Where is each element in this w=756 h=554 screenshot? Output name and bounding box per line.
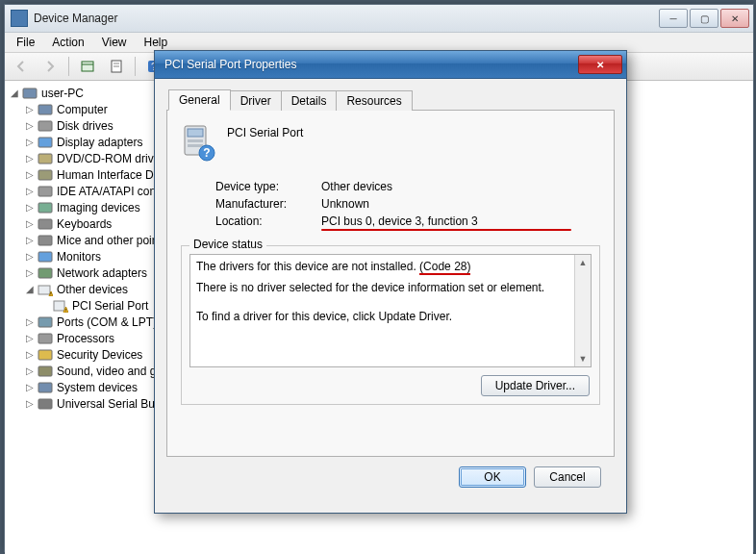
svg-rect-18	[38, 268, 52, 278]
update-driver-button[interactable]: Update Driver...	[481, 375, 590, 396]
svg-rect-0	[82, 62, 93, 71]
status-line1a: The drivers for this device are not inst…	[196, 260, 419, 273]
main-titlebar[interactable]: Device Manager ─ ▢ ✕	[5, 5, 753, 33]
svg-rect-32	[188, 129, 203, 137]
status-scrollbar[interactable]: ▲ ▼	[574, 255, 591, 366]
dialog-tabs: General Driver Details Resources	[166, 87, 615, 111]
device-icon: ?	[181, 124, 215, 163]
dialog-close-button[interactable]: ✕	[578, 55, 622, 74]
device-type-value: Other devices	[321, 180, 600, 193]
svg-rect-28	[38, 366, 52, 376]
svg-rect-27	[38, 350, 52, 360]
svg-rect-15	[38, 219, 52, 229]
svg-rect-14	[38, 203, 52, 213]
svg-text:!: !	[50, 290, 51, 296]
status-line3: To find a driver for this device, click …	[196, 309, 567, 324]
svg-rect-8	[38, 105, 52, 114]
device-status-title: Device status	[189, 238, 266, 251]
highlight-underline	[321, 229, 571, 231]
svg-rect-30	[38, 399, 52, 409]
scroll-up-icon[interactable]: ▲	[575, 255, 591, 270]
svg-rect-11	[38, 154, 52, 164]
minimize-button[interactable]: ─	[659, 9, 688, 28]
tab-page-general: ? PCI Serial Port Device type: Other dev…	[166, 111, 615, 457]
svg-rect-29	[38, 383, 52, 392]
svg-rect-25	[38, 317, 52, 327]
toolbar-sep	[135, 57, 136, 76]
location-label: Location:	[215, 214, 321, 228]
show-hidden-button[interactable]	[75, 55, 100, 78]
svg-rect-26	[38, 334, 52, 343]
dialog-title: PCI Serial Port Properties	[159, 58, 578, 71]
toolbar-sep	[68, 57, 69, 76]
location-text: PCI bus 0, device 3, function 3	[321, 214, 478, 228]
svg-rect-22	[54, 301, 64, 311]
svg-rect-16	[38, 236, 52, 245]
back-button[interactable]	[9, 55, 34, 78]
ok-button[interactable]: OK	[459, 466, 526, 488]
svg-rect-19	[38, 286, 50, 294]
svg-rect-9	[38, 121, 52, 131]
manufacturer-label: Manufacturer:	[215, 197, 321, 211]
cancel-button[interactable]: Cancel	[534, 466, 601, 488]
svg-text:?: ?	[203, 146, 210, 160]
manufacturer-value: Unknown	[321, 197, 600, 211]
svg-rect-17	[38, 252, 52, 262]
menu-view[interactable]: View	[94, 34, 135, 51]
svg-rect-10	[38, 138, 52, 147]
dialog-titlebar[interactable]: PCI Serial Port Properties ✕	[155, 51, 626, 79]
device-status-group: Device status The drivers for this devic…	[181, 245, 600, 405]
location-value: PCI bus 0, device 3, function 3	[321, 214, 600, 228]
svg-rect-34	[188, 144, 203, 147]
menu-help[interactable]: Help	[137, 34, 176, 51]
device-type-label: Device type:	[215, 180, 321, 193]
close-button[interactable]: ✕	[720, 9, 749, 28]
device-name: PCI Serial Port	[227, 124, 303, 139]
properties-dialog: PCI Serial Port Properties ✕ General Dri…	[154, 50, 627, 514]
scroll-down-icon[interactable]: ▼	[575, 351, 591, 366]
status-line2: There is no driver selected for the devi…	[196, 280, 567, 295]
svg-rect-7	[23, 88, 37, 98]
status-code: (Code 28)	[419, 260, 470, 275]
svg-rect-13	[38, 187, 52, 196]
tab-driver[interactable]: Driver	[230, 90, 282, 111]
forward-button[interactable]	[38, 55, 63, 78]
menu-action[interactable]: Action	[44, 34, 91, 51]
main-title: Device Manager	[34, 12, 659, 25]
maximize-button[interactable]: ▢	[690, 9, 718, 28]
device-status-text[interactable]: The drivers for this device are not inst…	[189, 254, 592, 367]
svg-text:!: !	[65, 307, 66, 313]
svg-rect-33	[188, 139, 203, 142]
tab-details[interactable]: Details	[281, 90, 338, 111]
svg-rect-12	[38, 170, 52, 180]
tab-resources[interactable]: Resources	[336, 90, 412, 111]
menu-file[interactable]: File	[9, 34, 42, 51]
app-icon	[11, 10, 28, 27]
properties-button[interactable]	[104, 55, 129, 78]
tab-general[interactable]: General	[168, 89, 231, 111]
